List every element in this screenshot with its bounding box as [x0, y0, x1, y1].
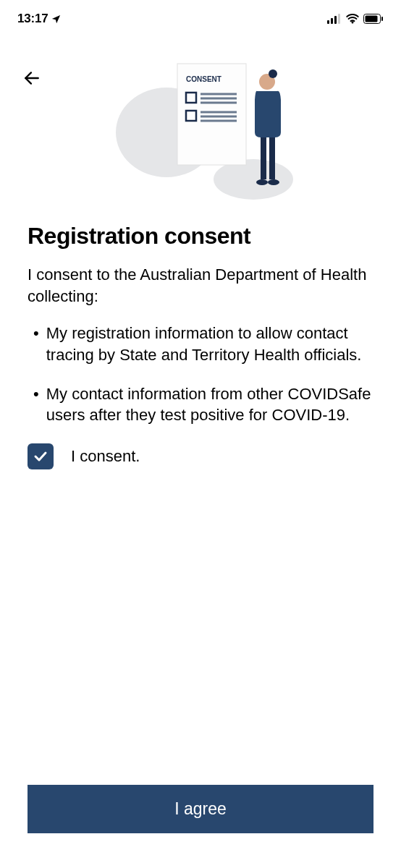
bullet-icon: • [33, 323, 39, 365]
bullet-list: • My registration information to allow c… [28, 323, 373, 426]
content: Registration consent I consent to the Au… [0, 201, 401, 469]
header: CONSENT [0, 35, 401, 201]
svg-rect-0 [327, 20, 329, 24]
cellular-signal-icon [327, 14, 342, 24]
consent-illustration: CONSENT [29, 56, 384, 201]
agree-button[interactable]: I agree [28, 785, 373, 833]
bullet-icon: • [33, 383, 39, 426]
intro-text: I consent to the Australian Department o… [28, 264, 373, 307]
status-time: 13:17 [17, 12, 48, 26]
status-left: 13:17 [17, 12, 62, 26]
svg-rect-6 [381, 17, 383, 21]
svg-rect-21 [261, 137, 266, 179]
location-arrow-icon [51, 14, 62, 25]
doc-label: CONSENT [186, 75, 221, 83]
battery-icon [363, 14, 384, 24]
page-title: Registration consent [28, 223, 373, 250]
list-item: • My contact information from other COVI… [33, 383, 373, 426]
bullet-text: My registration information to allow con… [46, 323, 373, 365]
svg-rect-5 [366, 16, 378, 22]
list-item: • My registration information to allow c… [33, 323, 373, 365]
status-bar: 13:17 [0, 0, 401, 35]
consent-checkbox[interactable] [28, 443, 54, 469]
check-icon [32, 448, 49, 465]
svg-point-23 [256, 179, 268, 185]
svg-rect-2 [334, 16, 337, 24]
svg-point-20 [269, 69, 277, 78]
bullet-text: My contact information from other COVIDS… [46, 383, 373, 426]
consent-checkbox-row: I consent. [28, 443, 373, 469]
svg-point-24 [268, 179, 279, 185]
wifi-icon [346, 14, 359, 24]
status-right [327, 14, 384, 24]
svg-rect-3 [338, 14, 340, 24]
consent-label: I consent. [71, 447, 140, 466]
svg-rect-22 [269, 137, 275, 179]
svg-rect-1 [331, 18, 333, 24]
